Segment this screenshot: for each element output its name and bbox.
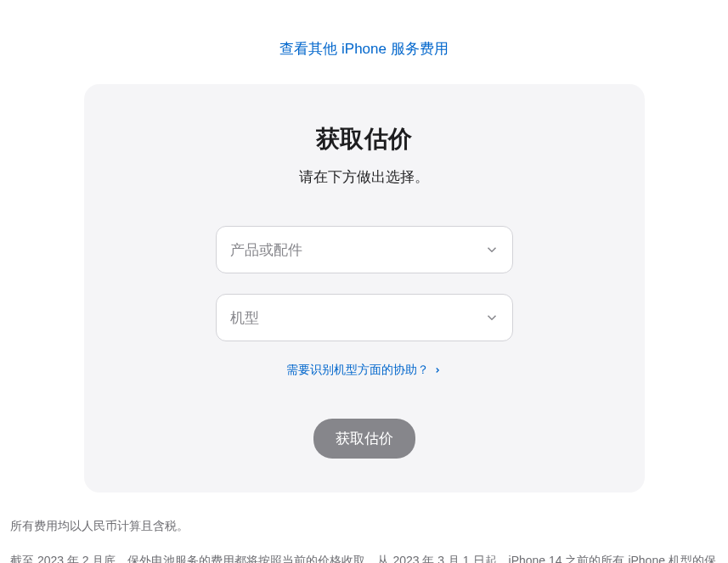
footer-line-2: 截至 2023 年 2 月底，保外电池服务的费用都将按照当前的价格收取。从 20…: [10, 549, 718, 563]
model-select[interactable]: 机型: [216, 294, 513, 341]
help-link-row: 需要识别机型方面的协助？: [118, 362, 611, 378]
view-other-services-link[interactable]: 查看其他 iPhone 服务费用: [279, 41, 448, 57]
product-select[interactable]: 产品或配件: [216, 226, 513, 273]
footer-text: 所有费用均以人民币计算且含税。 截至 2023 年 2 月底，保外电池服务的费用…: [8, 493, 720, 563]
model-select-wrap: 机型: [216, 294, 513, 341]
get-estimate-button[interactable]: 获取估价: [313, 419, 415, 459]
model-select-placeholder: 机型: [230, 308, 259, 328]
top-link-row: 查看其他 iPhone 服务费用: [8, 0, 720, 84]
card-title: 获取估价: [118, 123, 611, 155]
footer-line-1: 所有费用均以人民币计算且含税。: [10, 515, 718, 538]
card-subtitle: 请在下方做出选择。: [118, 167, 611, 187]
estimate-card: 获取估价 请在下方做出选择。 产品或配件 机型 需要识别机型方面的协助？: [84, 84, 645, 493]
product-select-wrap: 产品或配件: [216, 226, 513, 273]
identify-model-help-link[interactable]: 需要识别机型方面的协助？: [286, 363, 443, 376]
help-link-label: 需要识别机型方面的协助？: [286, 363, 429, 376]
chevron-right-icon: [433, 363, 442, 377]
footer-line-2-text: 截至 2023 年 2 月底，保外电池服务的费用都将按照当前的价格收取。从 20…: [10, 554, 716, 563]
product-select-placeholder: 产品或配件: [230, 240, 302, 260]
